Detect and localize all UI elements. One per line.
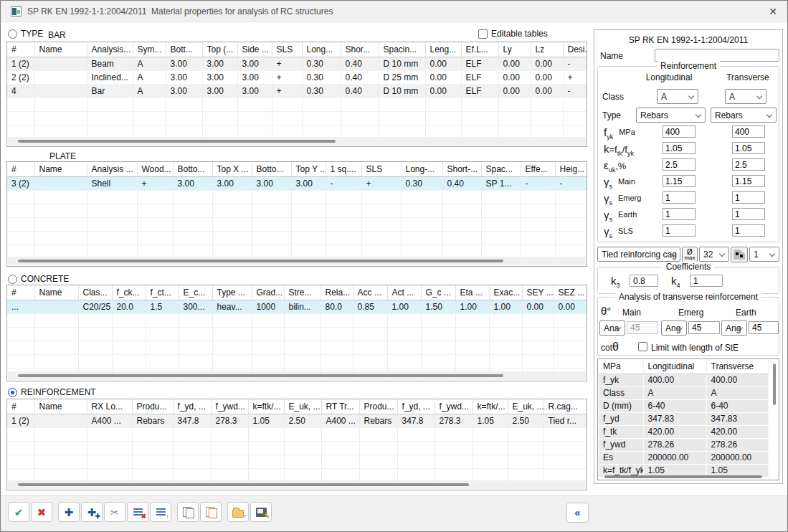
type-longitudinal-select[interactable]: Rebars xyxy=(636,108,706,123)
class-label: Class xyxy=(602,92,624,102)
column-header: Lz xyxy=(531,42,563,57)
table-row[interactable]: f_tk420.00420.00 xyxy=(599,425,768,438)
param-input-trans[interactable] xyxy=(732,142,765,154)
table-row[interactable]: 1 (2)BeamA3.003.003.00+0.300.40D 10 mm0.… xyxy=(7,57,587,70)
param-input-long[interactable] xyxy=(663,191,696,204)
theta-earth-input[interactable] xyxy=(749,321,779,334)
pack-rows-button[interactable]: ↑ xyxy=(150,502,171,522)
diameter-select[interactable]: 32 xyxy=(699,247,729,262)
param-input-long[interactable] xyxy=(663,224,696,237)
collapse-panel-button[interactable]: « xyxy=(566,503,589,523)
vertical-scrollbar[interactable] xyxy=(772,361,778,470)
param-input-trans[interactable] xyxy=(732,208,765,220)
empty-row xyxy=(7,111,587,125)
param-input-long[interactable] xyxy=(663,158,696,171)
param-input-long[interactable] xyxy=(663,175,696,187)
column-header: Sym... xyxy=(133,42,166,57)
table-row[interactable]: Es200000.00200000.00 xyxy=(599,451,768,464)
column-header: E_uk, ... xyxy=(284,399,321,414)
limit-length-checkbox[interactable] xyxy=(638,342,647,351)
param-input-trans[interactable] xyxy=(732,158,765,171)
table-row[interactable]: 1 (2)A400 ...Rebars347.8278.31.052.50A40… xyxy=(7,414,587,427)
theta-main-select[interactable]: Ana xyxy=(599,320,625,336)
column-header: Ly xyxy=(498,42,531,57)
section-button[interactable] xyxy=(731,247,748,262)
column-header: Spacin... xyxy=(379,42,425,57)
concrete-radio[interactable] xyxy=(8,275,17,284)
table-row[interactable]: f_yk400.00400.00 xyxy=(599,374,768,386)
horizontal-scrollbar[interactable] xyxy=(8,257,586,265)
column-header: Top (... xyxy=(202,42,237,57)
column-header: SLS xyxy=(361,162,401,176)
param-input-long[interactable] xyxy=(663,142,696,154)
type-radio[interactable] xyxy=(8,29,17,39)
table-row[interactable]: f_yd347.83347.83 xyxy=(599,412,768,425)
scrollbar-thumb[interactable] xyxy=(18,374,503,377)
table-row[interactable]: 3 (2)Shell+3.003.003.003.00-+0.300.40SP … xyxy=(7,176,587,190)
chevron-down-icon xyxy=(719,251,725,257)
theta-emerg-select[interactable]: Ang xyxy=(661,320,687,336)
app-icon xyxy=(11,6,22,16)
horizontal-scrollbar[interactable] xyxy=(8,137,586,146)
column-header: Spac... xyxy=(481,162,521,176)
table-row[interactable]: 2 (2)Inclined...A3.003.003.00+0.300.40D … xyxy=(7,70,587,84)
scrollbar-thumb[interactable] xyxy=(18,260,503,262)
horizontal-scrollbar[interactable] xyxy=(8,480,586,489)
param-input-trans[interactable] xyxy=(732,191,765,204)
paste-icon xyxy=(206,507,216,517)
add-button[interactable]: ✚ xyxy=(58,502,80,522)
column-header: Longitudinal xyxy=(643,360,706,374)
class-transverse-select[interactable]: A xyxy=(725,89,766,104)
paste-button[interactable] xyxy=(200,502,222,522)
delete-button[interactable]: ✖ xyxy=(31,502,52,522)
scrollbar-thumb[interactable] xyxy=(773,364,776,405)
diameter-max-button[interactable]: Ø max xyxy=(682,247,698,262)
type-transverse-select[interactable]: Rebars xyxy=(711,108,777,123)
param-input-trans[interactable] xyxy=(732,224,765,237)
close-button[interactable]: ✕ xyxy=(769,6,777,17)
copy-button[interactable] xyxy=(177,502,199,522)
horizontal-scrollbar[interactable] xyxy=(8,371,586,380)
table-row[interactable]: 4BarA3.003.003.00+0.300.40D 10 mm0.00ELF… xyxy=(7,84,587,98)
table-row[interactable]: ...C20/2520.01.5300...heav...1000bilin..… xyxy=(7,300,587,313)
column-header: f_yd, ... xyxy=(397,399,435,414)
save-picture-button[interactable]: ✎ xyxy=(250,502,272,522)
name-input[interactable] xyxy=(655,49,779,62)
import-button[interactable]: ↑ xyxy=(227,502,249,522)
param-input-long[interactable] xyxy=(663,125,696,138)
k4-input[interactable] xyxy=(690,275,723,287)
scrollbar-thumb[interactable] xyxy=(604,475,762,478)
param-input-trans[interactable] xyxy=(732,125,765,138)
table-row[interactable]: f_ywd278.26278.26 xyxy=(599,438,768,451)
panel-title: SP RK EN 1992-1-1:2004/2011 xyxy=(594,35,782,45)
editable-tables-checkbox[interactable] xyxy=(478,29,488,39)
apply-button[interactable]: ✔ xyxy=(8,502,29,522)
horizontal-scrollbar[interactable] xyxy=(599,472,778,479)
k4-label: k4 xyxy=(671,275,680,289)
cage-type-select[interactable]: Tied reinforcing cag xyxy=(597,247,680,262)
add-multiple-button[interactable]: ✚✚ xyxy=(81,502,103,522)
empty-row xyxy=(7,217,587,231)
scrollbar-thumb[interactable] xyxy=(18,483,469,486)
cut-button[interactable]: ✂ xyxy=(104,502,125,522)
param-input-trans[interactable] xyxy=(732,175,765,187)
param-input-long[interactable] xyxy=(663,208,696,220)
table-row[interactable]: D (mm)6-406-40 xyxy=(599,399,768,412)
class-longitudinal-select[interactable]: A xyxy=(657,89,698,104)
empty-row xyxy=(7,341,587,354)
table-row[interactable]: ClassAA xyxy=(599,386,768,399)
section-count-select[interactable]: 1 xyxy=(749,247,779,262)
concrete-table: #NameClas...f_ck...f_ct...E_c...Type ...… xyxy=(6,285,587,381)
column-header: # xyxy=(7,162,34,176)
delete-rows-button[interactable]: ✖ xyxy=(127,502,148,522)
result-table: MPaLongitudinalTransversef_yk400.00400.0… xyxy=(597,358,779,480)
column-header: G_c ... xyxy=(421,285,455,300)
param-row: γsEmerg xyxy=(598,190,779,206)
k3-input[interactable] xyxy=(630,275,658,287)
reinforcement-radio[interactable] xyxy=(8,388,17,397)
theta-emerg-input[interactable] xyxy=(688,321,720,334)
empty-row xyxy=(7,354,587,368)
column-header: # xyxy=(7,42,34,57)
theta-earth-select[interactable]: Ang xyxy=(721,320,747,336)
scrollbar-thumb[interactable] xyxy=(18,140,336,143)
